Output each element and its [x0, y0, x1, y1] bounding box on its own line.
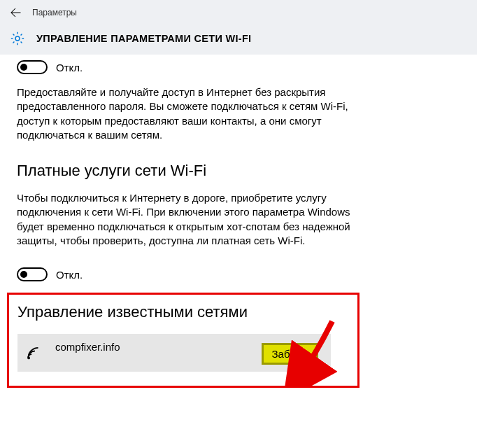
wifi-sense-toggle[interactable] — [17, 60, 48, 74]
paid-wifi-toggle-label: Откл. — [56, 269, 83, 281]
svg-point-0 — [15, 36, 20, 41]
back-arrow-icon — [9, 6, 22, 19]
wifi-sense-description: Предоставляйте и получайте доступ в Инте… — [17, 85, 353, 142]
svg-point-1 — [27, 357, 30, 360]
window-title: Параметры — [32, 8, 77, 18]
wifi-icon — [26, 344, 45, 363]
forget-button[interactable]: Забыть — [262, 343, 318, 365]
header-bar: Параметры УПРАВЛЕНИЕ ПАРАМЕТРАМИ СЕТИ WI… — [0, 0, 477, 55]
back-button[interactable] — [7, 4, 24, 21]
known-network-item[interactable]: compfixer.info Забыть — [17, 334, 331, 372]
paid-wifi-heading: Платные услуги сети Wi-Fi — [17, 162, 460, 180]
highlight-box: Управление известными сетями compfixer.i… — [7, 293, 359, 388]
page-title: УПРАВЛЕНИЕ ПАРАМЕТРАМИ СЕТИ WI-FI — [36, 33, 251, 44]
paid-wifi-description: Чтобы подключиться к Интернету в дороге,… — [17, 191, 353, 248]
known-networks-heading: Управление известными сетями — [17, 303, 349, 321]
paid-wifi-toggle[interactable] — [17, 267, 48, 281]
wifi-sense-toggle-label: Откл. — [56, 62, 83, 74]
settings-gear-icon — [10, 31, 25, 46]
network-name: compfixer.info — [55, 341, 120, 353]
